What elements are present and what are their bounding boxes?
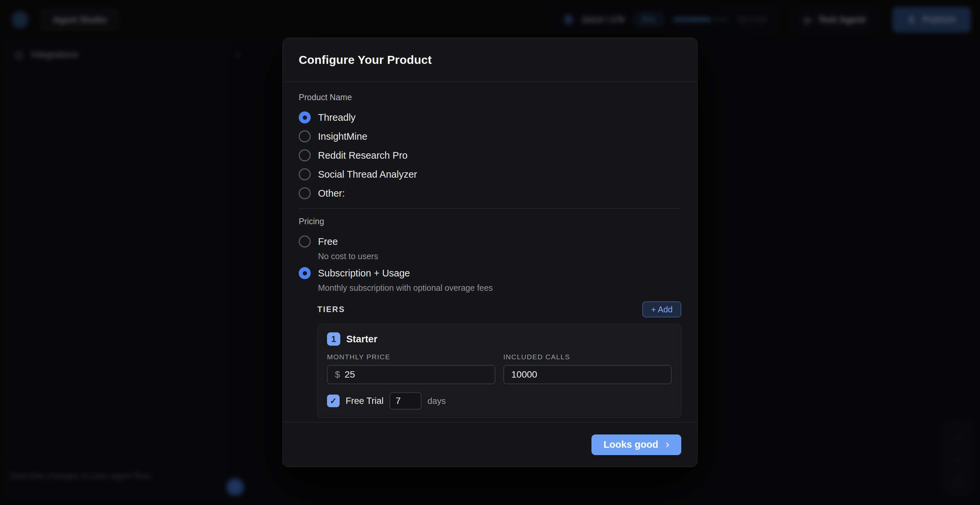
pricing-free-description: No cost to users: [318, 252, 681, 261]
currency-prefix: $: [335, 370, 340, 380]
trial-days-input[interactable]: [396, 395, 415, 406]
radio-selected[interactable]: [299, 267, 311, 279]
tiers-header: TIERS + Add: [317, 301, 681, 317]
looks-good-label: Looks good: [603, 439, 658, 450]
pricing-option-subscription-usage[interactable]: Subscription + Usage: [299, 266, 681, 280]
chevron-right-icon: ›: [666, 438, 669, 451]
included-calls-field: INCLUDED CALLS: [503, 353, 671, 384]
modal-footer: Looks good ›: [283, 422, 697, 467]
product-option-social-thread-analyzer[interactable]: Social Thread Analyzer: [299, 167, 681, 181]
product-option-insightmine[interactable]: InsightMine: [299, 129, 681, 143]
modal-header: Configure Your Product: [283, 38, 697, 82]
modal-body: Product Name Threadly InsightMine Reddit…: [283, 82, 697, 422]
section-divider: [299, 208, 681, 209]
product-option-other[interactable]: Other:: [299, 186, 681, 200]
monthly-price-label: MONTHLY PRICE: [327, 353, 495, 361]
days-label: days: [428, 396, 446, 406]
radio-unselected[interactable]: [299, 236, 311, 247]
free-trial-label: Free Trial: [346, 396, 383, 406]
product-option-threadly[interactable]: Threadly: [299, 110, 681, 124]
radio-unselected[interactable]: [299, 150, 311, 161]
included-calls-input[interactable]: [511, 369, 663, 380]
included-calls-inputbox[interactable]: [503, 365, 671, 384]
tier-name: Starter: [346, 334, 377, 345]
looks-good-button[interactable]: Looks good ›: [592, 435, 681, 455]
modal-title: Configure Your Product: [299, 53, 432, 67]
radio-unselected[interactable]: [299, 187, 311, 199]
product-option-reddit-research-pro[interactable]: Reddit Research Pro: [299, 148, 681, 162]
trial-days-inputbox[interactable]: [390, 392, 422, 409]
add-tier-button[interactable]: + Add: [642, 301, 681, 317]
free-trial-row: ✓ Free Trial days: [327, 392, 671, 409]
included-calls-label: INCLUDED CALLS: [503, 353, 671, 361]
pricing-option-free[interactable]: Free: [299, 234, 681, 249]
pricing-subscription-description: Monthly subscription with optional overa…: [318, 283, 681, 293]
tier-fields: MONTHLY PRICE $ INCLUDED CALLS: [327, 353, 671, 384]
configure-product-modal: Configure Your Product Product Name Thre…: [282, 38, 698, 467]
monthly-price-input[interactable]: [345, 369, 487, 380]
pricing-label: Pricing: [299, 217, 681, 226]
tiers-label: TIERS: [317, 305, 345, 314]
tier-card-starter: 1 Starter MONTHLY PRICE $ INCLUDED CALLS: [317, 324, 681, 418]
app-root: Agent Studio 114.0 / 170 Pro 56.0 left ▷: [0, 0, 980, 505]
free-trial-checkbox[interactable]: ✓: [327, 395, 340, 407]
check-icon: ✓: [330, 396, 337, 406]
monthly-price-inputbox[interactable]: $: [327, 365, 495, 384]
radio-selected[interactable]: [299, 112, 311, 123]
radio-unselected[interactable]: [299, 131, 311, 142]
monthly-price-field: MONTHLY PRICE $: [327, 353, 495, 384]
product-name-label: Product Name: [299, 92, 681, 102]
tier-header: 1 Starter: [327, 332, 671, 346]
radio-unselected[interactable]: [299, 168, 311, 180]
tier-number-badge: 1: [327, 332, 340, 346]
